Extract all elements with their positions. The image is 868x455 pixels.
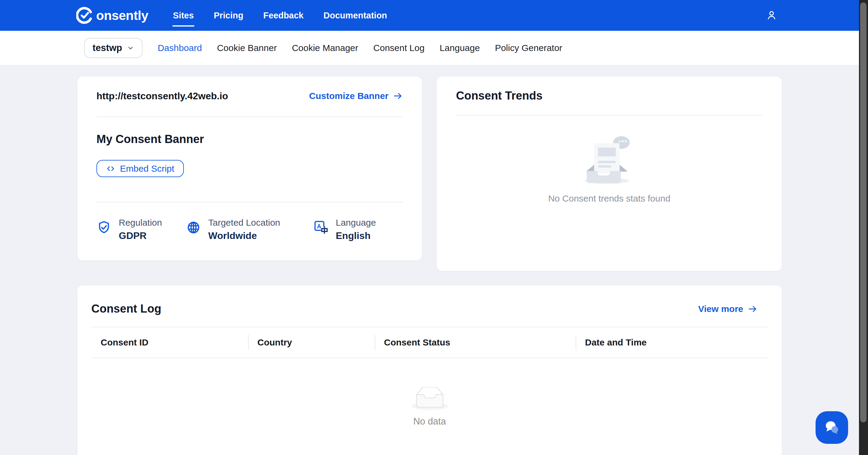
meta-value: Worldwide xyxy=(208,230,280,241)
customize-banner-label: Customize Banner xyxy=(309,91,389,101)
scrollbar-track[interactable] xyxy=(859,0,868,455)
divider xyxy=(456,115,763,116)
meta-label: Targeted Location xyxy=(208,218,280,228)
site-selector-value: testwp xyxy=(93,42,122,53)
tab-cookie-banner[interactable]: Cookie Banner xyxy=(217,43,277,53)
chevron-down-icon xyxy=(127,45,134,52)
divider xyxy=(96,202,403,202)
view-more-label: View more xyxy=(698,304,743,314)
column-header-consent-status: Consent Status xyxy=(375,328,576,358)
meta-label: Regulation xyxy=(119,218,162,228)
meta-label: Language xyxy=(336,218,376,228)
meta-value: English xyxy=(336,230,376,241)
tab-policy-generator[interactable]: Policy Generator xyxy=(495,43,562,53)
user-account-button[interactable] xyxy=(765,9,778,22)
site-tabs: Dashboard Cookie Banner Cookie Manager C… xyxy=(158,43,562,53)
logo-wordmark: onsently xyxy=(96,8,148,23)
top-navbar: onsently Sites Pricing Feedback Document… xyxy=(0,0,859,31)
consent-trends-empty-text: No Consent trends stats found xyxy=(548,193,670,204)
banner-meta-row: Regulation GDPR Targeted Location Worldw… xyxy=(96,218,403,241)
site-url: http://testconsently.42web.io xyxy=(96,90,228,102)
nav-link-documentation[interactable]: Documentation xyxy=(323,9,388,22)
user-icon xyxy=(766,9,778,22)
my-consent-banner-card: http://testconsently.42web.io Customize … xyxy=(78,77,422,260)
chat-bubbles-icon xyxy=(823,418,841,437)
consent-log-empty-state: No data xyxy=(91,387,768,427)
arrow-right-icon xyxy=(747,304,758,314)
shield-check-icon xyxy=(96,220,112,235)
chat-widget-button[interactable] xyxy=(815,411,848,444)
consent-log-table-header: Consent ID Country Consent Status Date a… xyxy=(91,328,768,358)
tab-consent-log[interactable]: Consent Log xyxy=(373,43,425,53)
arrow-right-icon xyxy=(393,91,403,101)
column-header-consent-id: Consent ID xyxy=(91,328,248,358)
column-header-country: Country xyxy=(248,328,375,358)
embed-script-label: Embed Script xyxy=(120,164,174,174)
globe-icon xyxy=(186,220,201,235)
site-sub-navbar: testwp Dashboard Cookie Banner Cookie Ma… xyxy=(0,31,859,65)
tab-language[interactable]: Language xyxy=(440,43,480,53)
logo-check-c-icon xyxy=(76,7,93,24)
consent-trends-empty-state: No Consent trends stats found xyxy=(456,134,763,204)
code-icon xyxy=(106,164,115,173)
nav-link-sites[interactable]: Sites xyxy=(173,9,194,22)
embed-script-button[interactable]: Embed Script xyxy=(96,160,184,177)
page: onsently Sites Pricing Feedback Document… xyxy=(0,0,859,455)
view-more-link[interactable]: View more xyxy=(698,304,758,314)
banner-card-title: My Consent Banner xyxy=(96,133,403,146)
no-data-text: No data xyxy=(413,416,446,427)
divider xyxy=(96,116,403,117)
consent-log-card: Consent Log View more Consent ID Country… xyxy=(78,285,782,455)
site-selector-dropdown[interactable]: testwp xyxy=(84,38,143,58)
meta-language: A Language English xyxy=(313,218,376,241)
customize-banner-link[interactable]: Customize Banner xyxy=(309,91,403,101)
empty-inbox-illustration-icon xyxy=(578,134,641,185)
svg-text:A: A xyxy=(317,223,321,230)
tab-cookie-manager[interactable]: Cookie Manager xyxy=(292,43,358,53)
nav-link-feedback[interactable]: Feedback xyxy=(262,9,304,22)
consent-trends-card: Consent Trends No Consent trends stats f… xyxy=(437,77,782,271)
no-data-inbox-icon xyxy=(411,387,448,410)
meta-value: GDPR xyxy=(119,230,162,241)
consent-log-title: Consent Log xyxy=(91,302,161,315)
meta-targeted-location: Targeted Location Worldwide xyxy=(186,218,313,241)
nav-link-pricing[interactable]: Pricing xyxy=(213,9,244,22)
consent-trends-title: Consent Trends xyxy=(456,89,763,102)
tab-dashboard[interactable]: Dashboard xyxy=(158,43,202,53)
translate-icon: A xyxy=(313,220,329,235)
column-header-date-and-time: Date and Time xyxy=(576,328,768,358)
topnav-links: Sites Pricing Feedback Documentation xyxy=(173,9,388,22)
meta-regulation: Regulation GDPR xyxy=(96,218,186,241)
consently-logo[interactable]: onsently xyxy=(76,7,148,24)
scrollbar-thumb[interactable] xyxy=(860,2,867,422)
